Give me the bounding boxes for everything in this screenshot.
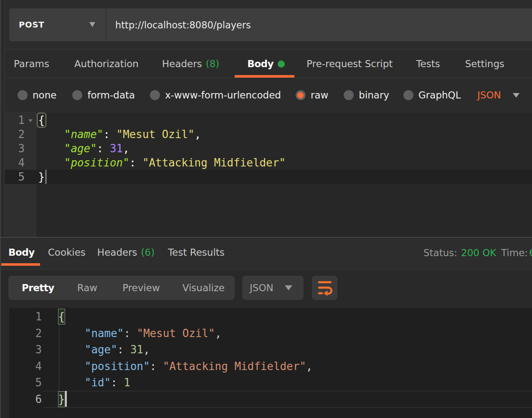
code-line: 4 "position": "Attacking Midfielder", bbox=[0, 358, 532, 375]
code-token: : bbox=[117, 343, 130, 356]
code-text: "age": 31, bbox=[38, 141, 129, 156]
wrap-text-button[interactable] bbox=[312, 276, 337, 300]
radio-icon bbox=[150, 90, 160, 100]
request-pane: POST http://localhost:8080/players Param… bbox=[0, 0, 532, 237]
tab-body[interactable]: Body bbox=[235, 50, 294, 78]
tab-label: Cookies bbox=[48, 247, 86, 258]
response-tab-headers[interactable]: Headers(6) bbox=[91, 238, 161, 269]
code-token bbox=[59, 343, 85, 356]
language-dropdown[interactable]: JSON bbox=[477, 78, 519, 112]
tab-count: (6) bbox=[141, 247, 155, 258]
tab-label: Pre-request Script bbox=[307, 58, 393, 69]
tab-label: Test Results bbox=[168, 247, 225, 258]
code-line: 6} bbox=[0, 391, 532, 408]
code-token: "age" bbox=[85, 343, 117, 356]
code-line: 3 "age": 31, bbox=[0, 341, 532, 358]
code-token bbox=[59, 376, 85, 389]
body-type-x-www-form-urlencoded[interactable]: x-www-form-urlencoded bbox=[150, 90, 281, 101]
body-type-raw[interactable]: raw bbox=[296, 90, 328, 101]
code-token: "Attacking Midfielder" bbox=[163, 360, 306, 373]
view-raw[interactable]: Raw bbox=[65, 276, 110, 300]
line-number: 3 bbox=[0, 341, 42, 358]
response-language-dropdown[interactable]: JSON bbox=[242, 276, 304, 300]
status-group: Status:200 OK bbox=[423, 238, 496, 270]
text-cursor bbox=[45, 170, 47, 184]
tab-headers[interactable]: Headers(8) bbox=[149, 50, 232, 78]
response-tab-test-results[interactable]: Test Results bbox=[161, 238, 231, 269]
status-value: 200 OK bbox=[461, 247, 496, 258]
code-line: 5 "id": 1 bbox=[0, 374, 532, 391]
code-text: "position": "Attacking Midfielder" bbox=[38, 156, 286, 170]
language-label: JSON bbox=[477, 90, 501, 101]
response-toolbar: PrettyRawPreviewVisualize JSON bbox=[0, 270, 532, 308]
body-type-graphql[interactable]: GraphQL bbox=[403, 90, 461, 101]
tab-label: Authorization bbox=[74, 58, 139, 69]
request-body-editor[interactable]: 1{2 "name": "Mesut Ozil",3 "age": 31,4 "… bbox=[5, 112, 532, 237]
radio-label: form-data bbox=[87, 90, 135, 101]
code-text: "position": "Attacking Midfielder", bbox=[59, 358, 313, 375]
tab-tests[interactable]: Tests bbox=[403, 50, 452, 78]
code-token: { bbox=[37, 113, 47, 128]
fold-caret-icon bbox=[28, 119, 33, 122]
url-row: POST http://localhost:8080/players bbox=[0, 0, 532, 50]
tab-label: Body bbox=[8, 247, 35, 258]
line-number: 4 bbox=[0, 358, 42, 375]
view-preview[interactable]: Preview bbox=[110, 276, 172, 300]
code-line: 2 "name": "Mesut Ozil", bbox=[0, 325, 532, 342]
code-token bbox=[59, 327, 85, 340]
tab-label: Body bbox=[247, 58, 274, 69]
code-line: 4 "position": "Attacking Midfielder" bbox=[5, 156, 532, 170]
code-token: : bbox=[150, 360, 163, 373]
radio-label: raw bbox=[311, 90, 328, 101]
radio-icon bbox=[72, 90, 82, 100]
url-input[interactable]: http://localhost:8080/players bbox=[115, 20, 251, 30]
code-text: "name": "Mesut Ozil", bbox=[38, 127, 201, 141]
code-text: { bbox=[59, 308, 65, 325]
body-type-none[interactable]: none bbox=[18, 90, 56, 101]
active-tab-underline bbox=[1, 263, 40, 266]
code-token: "position" bbox=[85, 360, 150, 373]
url-bar: POST http://localhost:8080/players bbox=[9, 8, 532, 41]
body-type-form-data[interactable]: form-data bbox=[72, 90, 135, 101]
window-edge bbox=[0, 0, 1, 418]
line-number: 1 bbox=[0, 308, 42, 325]
body-type-binary[interactable]: binary bbox=[344, 90, 389, 101]
radio-icon bbox=[344, 90, 354, 100]
response-tab-body[interactable]: Body bbox=[0, 238, 41, 269]
tab-settings[interactable]: Settings bbox=[453, 50, 517, 78]
tab-pre-request-script[interactable]: Pre-request Script bbox=[294, 50, 405, 78]
tab-label: Headers bbox=[97, 247, 137, 258]
code-token: 1 bbox=[124, 376, 130, 389]
code-token bbox=[38, 156, 64, 169]
line-number: 1 bbox=[5, 113, 25, 127]
method-dropdown[interactable]: POST bbox=[9, 8, 106, 41]
green-dot-icon bbox=[278, 60, 285, 68]
method-label: POST bbox=[19, 20, 44, 30]
line-number: 5 bbox=[0, 374, 42, 391]
response-body-editor[interactable]: 1{2 "name": "Mesut Ozil",3 "age": 31,4 "… bbox=[0, 308, 532, 418]
code-token: } bbox=[58, 391, 66, 407]
radio-icon bbox=[296, 90, 306, 100]
radio-icon bbox=[18, 90, 28, 100]
radio-icon bbox=[403, 90, 413, 100]
line-number: 2 bbox=[5, 127, 25, 141]
view-visualize[interactable]: Visualize bbox=[170, 276, 235, 300]
tab-params[interactable]: Params bbox=[5, 50, 62, 78]
tab-authorization[interactable]: Authorization bbox=[62, 50, 151, 78]
view-pretty[interactable]: Pretty bbox=[8, 276, 67, 300]
code-token: 31 bbox=[130, 343, 143, 356]
code-token bbox=[59, 360, 85, 373]
response-tab-cookies[interactable]: Cookies bbox=[41, 238, 92, 269]
tab-count: (8) bbox=[206, 58, 220, 69]
body-type-row: noneform-datax-www-form-urlencodedrawbin… bbox=[5, 78, 532, 112]
code-token: { bbox=[58, 309, 66, 325]
code-token: "id" bbox=[85, 376, 111, 389]
code-token: "Mesut Ozil" bbox=[137, 327, 215, 340]
code-token: : bbox=[97, 142, 110, 155]
code-text: "age": 31, bbox=[59, 341, 150, 358]
tab-label: Settings bbox=[465, 58, 504, 69]
code-line: 5} bbox=[5, 170, 532, 184]
code-token: : bbox=[103, 128, 116, 141]
request-tabs: ParamsAuthorizationHeaders(8)BodyPre-req… bbox=[5, 50, 532, 78]
code-token: "position" bbox=[64, 156, 129, 169]
